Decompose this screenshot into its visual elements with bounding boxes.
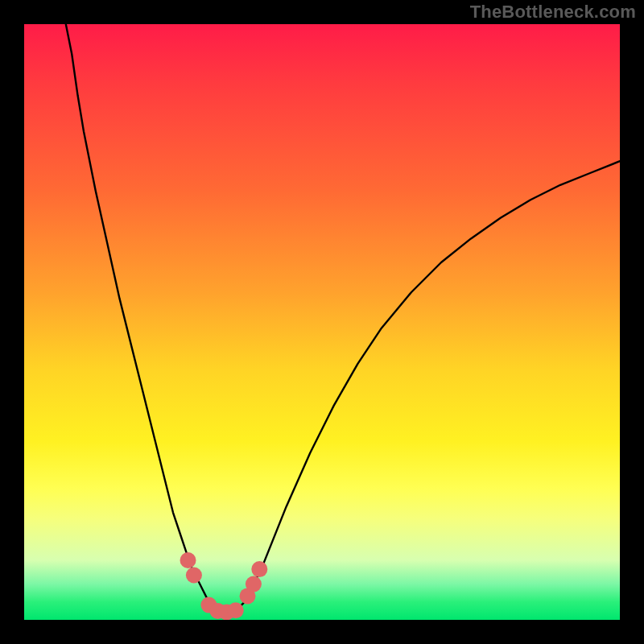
minimum-markers [180,552,268,620]
minimum-marker [251,561,267,577]
minimum-marker [186,568,202,584]
bottleneck-curve-svg [24,24,620,620]
minimum-marker [180,552,196,568]
chart-frame: TheBottleneck.com [0,0,644,644]
minimum-marker [228,602,244,618]
bottleneck-curve [66,24,620,614]
watermark-text: TheBottleneck.com [470,2,636,23]
minimum-marker [246,576,262,592]
plot-area [24,24,620,620]
